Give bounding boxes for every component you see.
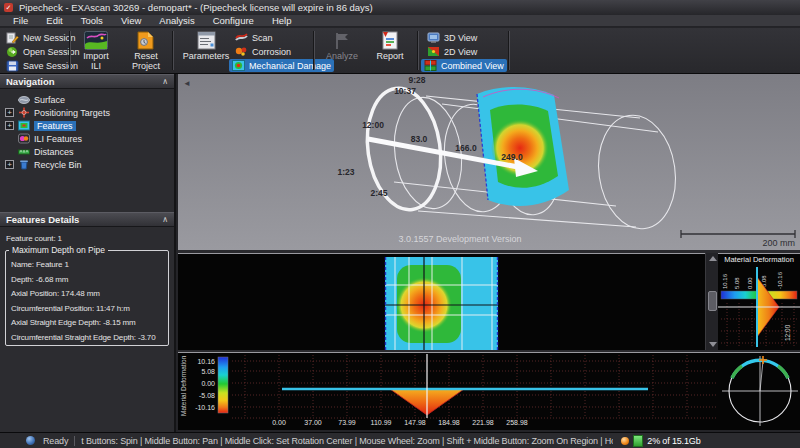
import-ili-icon	[84, 31, 108, 50]
circumferential-profile-panel[interactable]: Material Deformation 10.16 5.08 0.00 -5.…	[718, 253, 800, 350]
tree-item-ili-features[interactable]: ILI Features	[0, 132, 174, 145]
status-separator	[74, 436, 75, 446]
tick-label: 73.99	[338, 419, 356, 426]
axial-label: 249.0	[501, 152, 523, 162]
status-bar: Ready t Buttons: Spin | Middle Button: P…	[0, 432, 800, 448]
clock-label: 12:00	[362, 120, 384, 130]
window-title: Pipecheck - EXAscan 30269 - demopart* - …	[19, 2, 373, 13]
tick-label: 258.98	[506, 419, 528, 426]
analyze-icon	[332, 31, 352, 50]
menu-tools[interactable]: Tools	[72, 15, 112, 26]
expander-plus-icon[interactable]: +	[5, 108, 14, 117]
features-icon	[18, 120, 30, 131]
status-progress-icon	[621, 437, 629, 445]
side-profile-title: Material Deformation	[724, 255, 794, 264]
tree-item-distances[interactable]: Distances	[0, 145, 174, 158]
navigation-header[interactable]: Navigation ∧	[0, 74, 174, 89]
positioning-targets-icon	[18, 107, 30, 118]
heatmap-2d-panel[interactable]	[178, 253, 705, 350]
feature-name: Name: Feature 1	[11, 258, 168, 273]
features-details-header[interactable]: Features Details ∧	[0, 212, 174, 227]
axial-profile-chart[interactable]: Material Deformation 10.16 5.08 0.00 -5.…	[178, 352, 718, 430]
open-session-button[interactable]: Open Session	[3, 45, 83, 58]
parameters-button[interactable]: Parameters	[180, 30, 232, 71]
clock-position-label: 12:00	[784, 324, 791, 341]
expander-plus-icon[interactable]: +	[5, 160, 14, 169]
analyze-button: Analyze	[318, 30, 366, 71]
tick-label: -10.16	[777, 271, 783, 289]
reset-project-button[interactable]: Reset Project	[122, 30, 170, 71]
menu-help[interactable]: Help	[263, 15, 301, 26]
menu-configure[interactable]: Configure	[204, 15, 263, 26]
status-ready: Ready	[43, 436, 68, 446]
tree-item-label: Distances	[34, 147, 74, 157]
feature-axial-position: Axial Position: 174.48 mm	[11, 287, 168, 302]
menu-bar: File Edit Tools View Analysis Configure …	[0, 15, 800, 27]
report-icon	[381, 31, 399, 50]
damage-patch	[477, 87, 569, 206]
polar-cross-section-panel[interactable]	[718, 352, 800, 430]
2d-view-label: 2D View	[444, 47, 477, 57]
3d-view-button[interactable]: 3D View	[424, 31, 480, 44]
tick-label: 184.98	[438, 419, 460, 426]
combined-view-button[interactable]: Combined View	[421, 59, 507, 72]
import-ili-label-2: ILI	[91, 61, 101, 71]
toolbar-separator	[508, 31, 509, 70]
reset-project-label-1: Reset	[134, 51, 158, 61]
analyze-label: Analyze	[326, 51, 358, 61]
tree-item-label: Surface	[34, 95, 65, 105]
menu-edit[interactable]: Edit	[37, 15, 71, 26]
feature-circumferential-position: Circumferential Position: 11:47 h:m	[11, 302, 168, 317]
viewport-3d[interactable]: ◄ 9:28 10:37	[178, 74, 800, 250]
parameters-label: Parameters	[183, 51, 230, 61]
tick-label: 147.98	[404, 419, 426, 426]
feature-depth: Depth: -6.68 mm	[11, 273, 168, 288]
scan-button[interactable]: Scan	[232, 31, 276, 44]
collapse-chevron-icon[interactable]: ∧	[162, 77, 168, 86]
menu-analysis[interactable]: Analysis	[150, 15, 203, 26]
ili-features-icon	[18, 133, 30, 144]
tick-label: 10.16	[197, 358, 215, 365]
scan-label: Scan	[252, 33, 273, 43]
corrosion-button[interactable]: Corrosion	[232, 45, 294, 58]
distances-icon	[18, 147, 30, 157]
new-session-button[interactable]: New Session	[3, 31, 79, 44]
clock-label: 1:23	[337, 167, 354, 177]
scroll-up-icon[interactable]	[709, 256, 717, 261]
scroll-down-icon[interactable]	[709, 342, 717, 347]
surface-icon	[18, 95, 30, 105]
combined-view-label: Combined View	[441, 61, 504, 71]
axial-label: 166.0	[455, 143, 477, 153]
scale-bar-label: 200 mm	[762, 238, 795, 248]
collapse-chevron-icon[interactable]: ∧	[162, 215, 168, 224]
collapse-left-icon[interactable]: ◄	[183, 79, 191, 88]
tree-item-positioning-targets[interactable]: + Positioning Targets	[0, 106, 174, 119]
tree-item-recycle-bin[interactable]: + Recycle Bin	[0, 158, 174, 171]
toolbar-separator	[172, 31, 173, 70]
tree-item-features[interactable]: + Features	[0, 119, 174, 132]
reset-project-label-2: Project	[132, 61, 160, 71]
save-session-icon	[6, 60, 19, 72]
tree-item-surface[interactable]: Surface	[0, 93, 174, 106]
axial-label: 83.0	[411, 134, 428, 144]
scrollbar-thumb[interactable]	[708, 291, 717, 311]
parameters-icon	[197, 31, 216, 50]
new-session-label: New Session	[23, 33, 76, 43]
expander-plus-icon[interactable]: +	[5, 121, 14, 130]
progress-bar-fill	[633, 435, 643, 447]
import-ili-button[interactable]: Import ILI	[72, 30, 120, 71]
menu-view[interactable]: View	[112, 15, 150, 26]
tree-item-label: ILI Features	[34, 134, 82, 144]
groupbox-title: Maximum Depth on Pipe	[9, 245, 108, 255]
2d-view-button[interactable]: 2D View	[424, 45, 480, 58]
2d-view-icon	[427, 46, 440, 57]
corrosion-label: Corrosion	[252, 47, 291, 57]
vertical-scrollbar[interactable]	[705, 253, 718, 350]
max-depth-groupbox: Maximum Depth on Pipe Name: Feature 1 De…	[5, 250, 169, 346]
mouse-hints: t Buttons: Spin | Middle Button: Pan | M…	[81, 436, 613, 446]
report-button[interactable]: Report	[366, 30, 414, 71]
mechanical-damage-icon	[232, 60, 245, 71]
tick-label: 110.99	[371, 419, 392, 426]
menu-file[interactable]: File	[4, 15, 37, 26]
app-window: ✓ Pipecheck - EXAscan 30269 - demopart* …	[0, 0, 800, 448]
